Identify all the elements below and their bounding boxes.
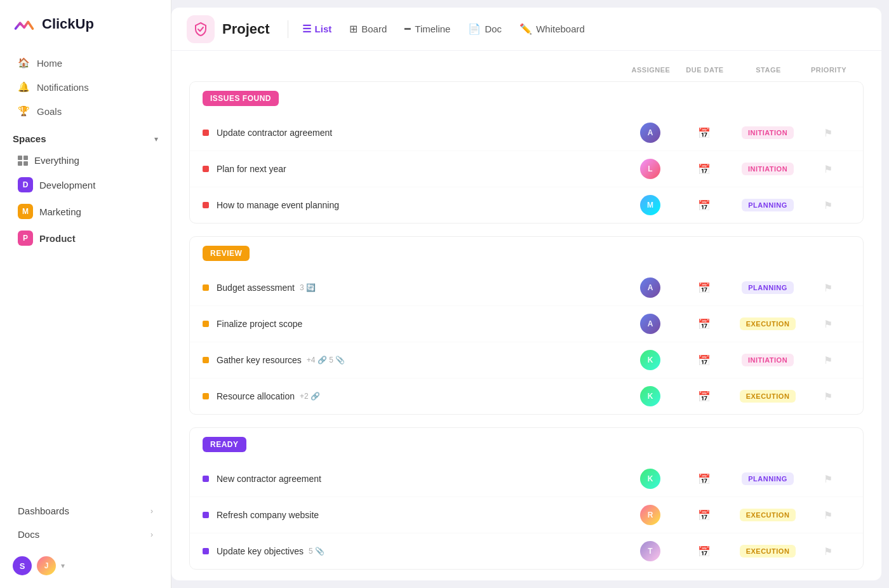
user-menu-arrow[interactable]: ▾ — [61, 561, 65, 570]
calendar-icon[interactable]: 📅 — [698, 282, 711, 294]
task-dot — [203, 393, 209, 399]
table-row[interactable]: How to manage event planning M 📅 PLANNIN… — [190, 187, 863, 223]
assignee-col: A — [622, 123, 679, 143]
docs-label: Docs — [18, 529, 39, 540]
stage-col: EXECUTION — [730, 509, 806, 521]
section-issues-found: ISSUES FOUND Update contractor agreement… — [189, 81, 864, 224]
sidebar-item-dashboards[interactable]: Dashboards › — [5, 499, 166, 523]
task-meta: 3 🔄 — [300, 283, 316, 292]
table-row[interactable]: Plan for next year L 📅 INITIATION ⚑ — [190, 151, 863, 187]
logo: ClickUp — [0, 13, 171, 51]
flag-icon[interactable]: ⚑ — [824, 127, 832, 139]
nav-notifications[interactable]: 🔔 Notifications — [5, 75, 166, 99]
due-col: 📅 — [679, 318, 730, 330]
stage-col: INITIATION — [730, 126, 806, 139]
calendar-icon[interactable]: 📅 — [698, 199, 711, 211]
chevron-down-icon[interactable]: ▾ — [154, 135, 158, 144]
stage-badge: EXECUTION — [740, 390, 796, 403]
task-dot — [203, 512, 209, 518]
task-dot — [203, 548, 209, 554]
assignee-col: K — [622, 386, 679, 406]
assignee-col: L — [622, 159, 679, 179]
sidebar-item-docs[interactable]: Docs › — [5, 523, 166, 546]
stage-col: PLANNING — [730, 472, 806, 485]
calendar-icon[interactable]: 📅 — [698, 127, 711, 139]
tab-whiteboard[interactable]: ✏️ Whiteboard — [511, 18, 594, 40]
flag-icon[interactable]: ⚑ — [824, 354, 832, 366]
task-name: How to manage event planning — [217, 200, 622, 210]
avatar: K — [640, 386, 660, 406]
avatar: R — [640, 505, 660, 525]
spaces-header: Spaces ▾ — [0, 123, 171, 149]
marketing-badge: M — [18, 204, 33, 219]
section-review-header: REVIEW — [190, 237, 863, 270]
stage-col: EXECUTION — [730, 317, 806, 330]
flag-icon[interactable]: ⚑ — [824, 473, 832, 485]
task-name: Refresh company website — [217, 510, 622, 520]
grid-icon — [18, 156, 28, 166]
section-review: REVIEW Budget assessment 3 🔄 A 📅 PLANNIN… — [189, 236, 864, 415]
user-avatar-initial[interactable]: S — [13, 556, 32, 575]
table-row[interactable]: Finalize project scope A 📅 EXECUTION ⚑ — [190, 306, 863, 342]
table-row[interactable]: Budget assessment 3 🔄 A 📅 PLANNING ⚑ — [190, 270, 863, 306]
calendar-icon[interactable]: 📅 — [698, 509, 711, 521]
avatar: A — [640, 314, 660, 334]
table-row[interactable]: Update key objectives 5 📎 T 📅 EXECUTION … — [190, 533, 863, 569]
task-name: Resource allocation +2 🔗 — [217, 391, 622, 401]
tab-timeline[interactable]: ━ Timeline — [396, 18, 459, 40]
section-ready: READY New contractor agreement K 📅 PLANN… — [189, 427, 864, 570]
calendar-icon[interactable]: 📅 — [698, 545, 711, 558]
calendar-icon[interactable]: 📅 — [698, 318, 711, 330]
task-meta: +4 🔗 5 📎 — [307, 356, 345, 364]
calendar-icon[interactable]: 📅 — [698, 354, 711, 366]
tab-doc[interactable]: 📄 Doc — [459, 18, 511, 40]
flag-icon[interactable]: ⚑ — [824, 199, 832, 211]
stage-badge: EXECUTION — [740, 545, 796, 558]
product-badge: P — [18, 231, 33, 246]
due-col: 📅 — [679, 199, 730, 211]
flag-icon[interactable]: ⚑ — [824, 391, 832, 403]
content-area: ASSIGNEE DUE DATE STAGE PRIORITY ISSUES … — [171, 51, 881, 580]
nav-goals[interactable]: 🏆 Goals — [5, 99, 166, 123]
list-icon: ☰ — [302, 23, 311, 35]
col-header-stage: STAGE — [730, 66, 806, 74]
task-name: Finalize project scope — [217, 319, 622, 329]
calendar-icon[interactable]: 📅 — [698, 163, 711, 175]
task-dot — [203, 321, 209, 327]
table-row[interactable]: Refresh company website R 📅 EXECUTION ⚑ — [190, 497, 863, 533]
tab-list[interactable]: ☰ List — [293, 18, 341, 40]
flag-icon[interactable]: ⚑ — [824, 545, 832, 558]
flag-icon[interactable]: ⚑ — [824, 509, 832, 521]
avatar: M — [640, 195, 660, 215]
stage-col: PLANNING — [730, 281, 806, 294]
sidebar-item-product[interactable]: P Product — [5, 225, 166, 251]
table-row[interactable]: Update contractor agreement A 📅 INITIATI… — [190, 115, 863, 151]
calendar-icon[interactable]: 📅 — [698, 473, 711, 485]
nav-home[interactable]: 🏠 Home — [5, 51, 166, 75]
sidebar-item-development[interactable]: D Development — [5, 171, 166, 198]
task-name: Gather key resources +4 🔗 5 📎 — [217, 355, 622, 365]
stage-badge: INITIATION — [742, 126, 794, 139]
assignee-col: K — [622, 469, 679, 489]
sidebar-item-everything[interactable]: Everything — [5, 149, 166, 171]
chevron-right-icon: › — [150, 507, 153, 516]
task-dot — [203, 284, 209, 291]
table-row[interactable]: New contractor agreement K 📅 PLANNING ⚑ — [190, 461, 863, 497]
priority-col: ⚑ — [806, 391, 850, 403]
table-row[interactable]: Resource allocation +2 🔗 K 📅 EXECUTION ⚑ — [190, 378, 863, 414]
tab-board[interactable]: ⊞ Board — [340, 18, 396, 40]
stage-badge: EXECUTION — [740, 509, 796, 521]
table-row[interactable]: Gather key resources +4 🔗 5 📎 K 📅 INITIA… — [190, 342, 863, 378]
assignee-col: R — [622, 505, 679, 525]
priority-col: ⚑ — [806, 163, 850, 175]
stage-badge: PLANNING — [742, 472, 793, 485]
task-dot — [203, 202, 209, 208]
flag-icon[interactable]: ⚑ — [824, 163, 832, 175]
whiteboard-icon: ✏️ — [519, 23, 532, 35]
task-dot — [203, 130, 209, 136]
sidebar-item-marketing[interactable]: M Marketing — [5, 198, 166, 225]
user-avatar-photo[interactable]: J — [37, 556, 56, 575]
calendar-icon[interactable]: 📅 — [698, 391, 711, 403]
flag-icon[interactable]: ⚑ — [824, 282, 832, 294]
flag-icon[interactable]: ⚑ — [824, 318, 832, 330]
